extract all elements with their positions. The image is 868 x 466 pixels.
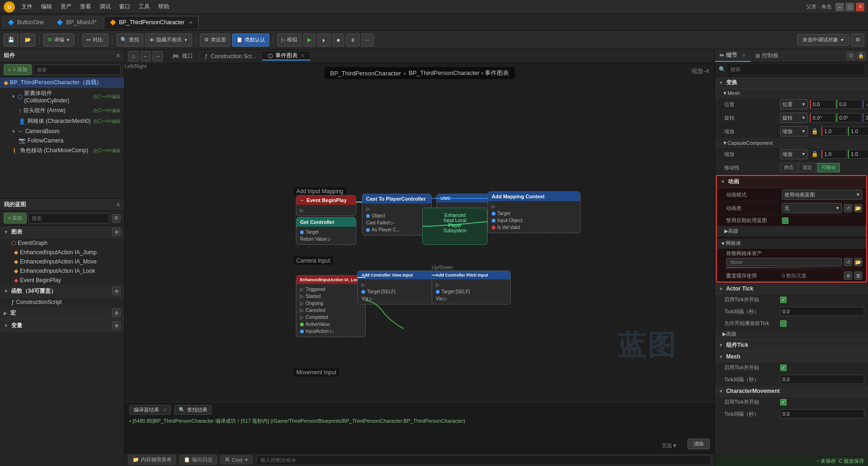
simulate-button[interactable]: ▷ 模拟 (277, 34, 301, 47)
tab-eventgraph[interactable]: ⬡ 事件图表 ✕ (262, 52, 310, 61)
content-drawer-tab[interactable]: 📁 内容侧滑菜单 (128, 455, 176, 465)
fixed-btn[interactable]: 固定 (799, 163, 816, 172)
node-add-view-input[interactable]: Add Controller View Input ▷ Target [SELF… (357, 270, 436, 304)
hide-unrelated-button[interactable]: 👁 隐藏不相关 ▼ (145, 34, 192, 47)
menu-help[interactable]: 帮助 (154, 2, 173, 12)
mesh-tick-interval-input[interactable] (780, 375, 864, 384)
pause-button[interactable]: ⏸ (346, 34, 360, 47)
tick-interval-input[interactable] (780, 307, 864, 316)
mesh-browse-icon[interactable]: 📂 (854, 258, 862, 266)
node-ia-look[interactable]: EnhancedInputAction IA_Look ▷ Triggered … (296, 275, 366, 337)
node-enhanced-input[interactable]: EnhancedInput LocalPlayerSubsystem (422, 208, 487, 245)
details-search-input[interactable] (728, 64, 864, 74)
add-component-button[interactable]: + + 添加 (4, 64, 32, 75)
input-move-item[interactable]: ◆ EnhancedInputAction IA_Move (0, 257, 124, 266)
tree-item-capsule[interactable]: ▼ ⬡ 胶囊体组件 (CollisionCylinder) 在C++中编辑 (0, 88, 124, 105)
movable-btn[interactable]: 可移动 (817, 163, 840, 172)
scale-x[interactable] (821, 127, 847, 136)
anim-refresh-icon[interactable]: ↺ (844, 204, 852, 212)
maximize-button[interactable]: □ (846, 3, 854, 11)
node-get-controller[interactable]: Get Controller Target Return Value ▷ (296, 217, 356, 245)
tab-thirdperson-close[interactable]: ✕ (189, 20, 193, 25)
node-cast-to-playercontroller[interactable]: Cast To PlayerController ▷ Object Cast F… (362, 194, 432, 236)
search-button[interactable]: 🔍 查找 (116, 34, 143, 47)
position-x[interactable] (810, 100, 835, 109)
input-look-item[interactable]: ◆ EnhancedInputAction IA_Look (0, 266, 124, 276)
mesh-body-header[interactable]: ▼ 网格体 (717, 238, 866, 249)
blueprint-canvas[interactable]: BP_ThirdPersonCharacter › BP_ThirdPerson… (125, 63, 714, 402)
disable-postproc-checkbox[interactable] (782, 217, 788, 224)
input-jump-item[interactable]: ◆ EnhancedInputAction IA_Jump (0, 248, 124, 257)
add-graph-icon[interactable]: ⊕ (112, 228, 120, 236)
save-button[interactable]: 💾 (4, 34, 19, 47)
menu-view[interactable]: 查看 (76, 2, 95, 12)
lock-icon[interactable]: 🔒 (857, 52, 865, 60)
capsule-sub-header[interactable]: ▼ CapsuleComponent (715, 139, 868, 148)
details-close[interactable]: ✕ (742, 53, 746, 58)
eventgraph-close[interactable]: ✕ (300, 53, 304, 58)
anim-browse-icon[interactable]: 📂 (854, 204, 862, 212)
cmd-tab[interactable]: ⌘ Cmd ▼ (220, 455, 253, 464)
anim-section-header[interactable]: ▼ 动画 (717, 176, 866, 188)
save-all-btn[interactable]: C 版改保存 (839, 458, 864, 465)
transform-section[interactable]: ▼ 变换 (715, 77, 868, 89)
scale-lock-icon[interactable]: 🔒 (811, 128, 818, 135)
mesh-tick-section[interactable]: ▼ Mesh (715, 351, 868, 362)
debug-target-selector[interactable]: 未选中调试对象 ▼ (797, 34, 849, 46)
node-add-mapping[interactable]: Add Mapping Context ▷ Target Input Objec… (487, 191, 581, 233)
tree-item-charmove[interactable]: 🚶 角色移动 (CharMoveComp) 在C++中编辑 (0, 145, 124, 156)
graphs-section[interactable]: ▼ 图表 ⊕ (0, 226, 124, 238)
add-blueprint-button[interactable]: + 添加 (4, 213, 27, 223)
tick-enable-checkbox[interactable] (780, 297, 787, 303)
tab-buttonone[interactable]: 🔷 ButtonOne (2, 16, 50, 29)
tree-item-cameraboom[interactable]: ▼ ↔ CameraBoom (0, 127, 124, 136)
charmove-tick-checkbox[interactable] (780, 399, 787, 405)
position-y[interactable] (836, 100, 862, 109)
coverage-add-icon[interactable]: ⊕ (844, 271, 852, 280)
diff-button[interactable]: ⇔ 对比· (82, 34, 108, 47)
play-button[interactable]: ▶ (303, 34, 315, 47)
minimize-button[interactable]: – (835, 3, 844, 11)
charmove-section[interactable]: ▼ CharacterMovement (715, 386, 868, 397)
compile-button[interactable]: ⚙ 译编 ▼ (43, 34, 74, 47)
variables-section[interactable]: ▼ 变量 ⊕ (0, 319, 124, 332)
comp-tick-section[interactable]: ▼ 组件Tick (715, 339, 868, 351)
output-clear-button[interactable]: 清除 (688, 439, 710, 449)
allow-pre-tick-checkbox[interactable] (780, 320, 787, 327)
mesh-sub-header[interactable]: ▼ Mesh (715, 89, 868, 98)
output-log-tab[interactable]: 📋 输出日志 (180, 455, 217, 465)
menu-tools[interactable]: 工具 (135, 2, 154, 12)
blueprints-close[interactable]: ✕ (116, 202, 120, 208)
add-macro-icon[interactable]: ⊕ (112, 309, 120, 317)
layout-icon[interactable]: ⊡ (847, 52, 855, 60)
blueprint-search[interactable] (28, 213, 109, 223)
tab-bp-mainui[interactable]: 🔷 BP_MianUI* (51, 16, 102, 29)
mesh-reset-icon[interactable]: ↺ (844, 258, 852, 266)
find-parent-button[interactable]: 📂 (20, 34, 35, 47)
tab-viewport[interactable]: 🎮 视口 (167, 52, 199, 60)
rotation-z[interactable] (863, 113, 868, 122)
position-z[interactable] (863, 100, 868, 109)
component-search[interactable] (33, 65, 120, 75)
stop-button[interactable]: ■ (333, 34, 344, 47)
more-play-button[interactable]: ··· (361, 34, 374, 47)
play-options-button[interactable]: ⏵ (317, 34, 331, 47)
menu-debug[interactable]: 调试 (96, 2, 114, 12)
tree-item-arrow[interactable]: ↑ 箭头组件 (Arrow) 在C++中编辑 (0, 105, 124, 116)
console-input[interactable] (256, 455, 711, 465)
tree-item-mesh[interactable]: 👤 网格体 (CharacterMesh0) 在C++中编辑 (0, 116, 124, 127)
capsule-y[interactable] (848, 149, 868, 159)
event-graph-item[interactable]: ⬡ EventGraph (0, 238, 124, 248)
node-add-pitch-input[interactable]: Add Controller Pitch Input ▷ Target [SEL… (432, 270, 511, 304)
scale-dropdown[interactable]: 缩放 ▼ (780, 126, 808, 136)
find-results-tab[interactable]: 🔍 查找结果 (174, 405, 212, 415)
close-button[interactable]: ✕ (856, 3, 864, 11)
capsule-x[interactable] (821, 149, 847, 159)
class-default-button[interactable]: 📋 类默认认 (232, 34, 269, 47)
compiler-results-tab[interactable]: 编译器结果 ✕ (129, 405, 171, 415)
rotation-dropdown[interactable]: 旋转 ▼ (780, 113, 808, 123)
nav-forward-button[interactable]: → (153, 51, 163, 61)
actor-tick-section[interactable]: ▼ Actor Tick (715, 284, 868, 294)
details-tab[interactable]: ✏ 细节 ✕ (715, 49, 751, 62)
nav-home-button[interactable]: ⌂ (128, 51, 139, 61)
